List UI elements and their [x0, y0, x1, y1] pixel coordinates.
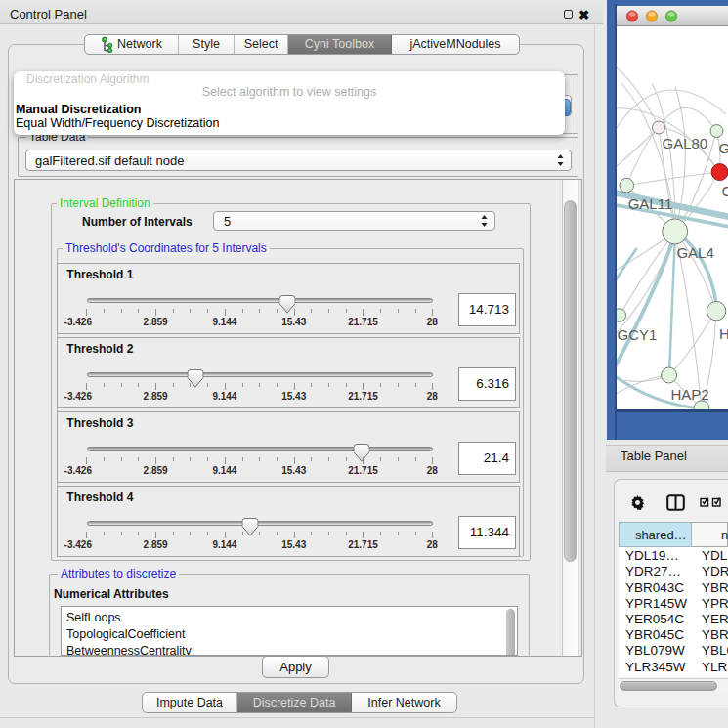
svg-text:GAL4: GAL4	[676, 244, 713, 261]
svg-text:H: H	[719, 325, 728, 342]
svg-text:HAP2: HAP2	[671, 386, 709, 403]
svg-text:C: C	[722, 183, 728, 199]
svg-text:GAL11: GAL11	[628, 195, 673, 212]
svg-text:GAL80: GAL80	[663, 135, 708, 151]
svg-text:GA: GA	[719, 140, 728, 156]
svg-text:GCY1: GCY1	[618, 326, 658, 343]
